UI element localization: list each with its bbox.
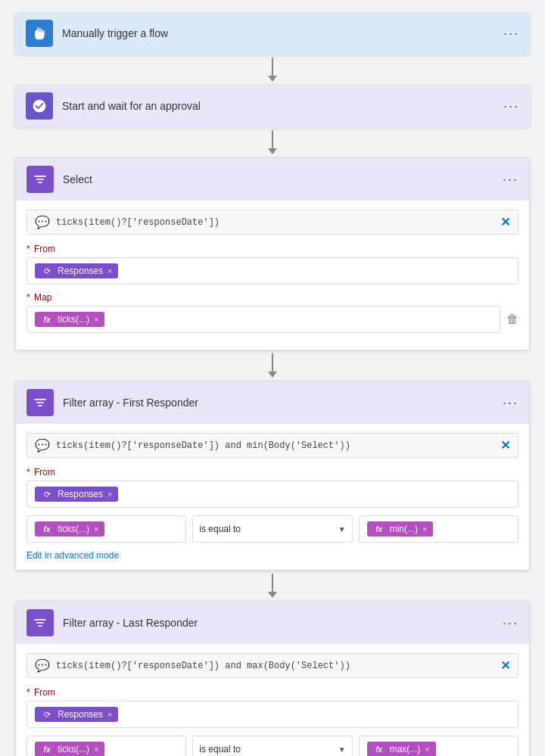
filter-last-operator-select[interactable]: is equal to ▼ [192,736,352,756]
select-card-header: Select ··· [16,158,529,201]
filter-last-right-cell: fx max(...) × [359,736,519,756]
select-map-input[interactable]: fx ticks(...) × [26,306,500,333]
filter-first-icon [26,389,54,416]
select-map-field: * Map fx ticks(...) × 🗑 [26,292,519,333]
select-from-tag-label: Responses [58,266,103,276]
fx-icon-5: fx [373,743,385,755]
filter-last-icon [26,609,54,636]
filter-last-left-input[interactable]: fx ticks(...) × [26,736,186,756]
filter-first-left-close[interactable]: × [94,524,98,534]
filter-first-right-cell: fx min(...) × [359,515,519,543]
filter-last-right-input[interactable]: fx max(...) × [359,736,519,756]
approval-more-button[interactable]: ··· [503,98,519,114]
approval-card: Start and wait for an approval ··· [15,85,530,127]
fx-icon: fx [41,313,53,325]
filter-first-row: fx ticks(...) × is equal to ▼ [26,515,519,543]
filter-first-expression-bar: 💬 ticks(item()?['responseDate']) and min… [26,433,519,458]
select-from-tag: ⟳ Responses × [35,263,118,278]
filter-first-advanced-link[interactable]: Edit in advanced mode [26,550,119,561]
filter-last-from-tag-label: Responses [58,709,103,720]
filter-first-card: Filter array - First Responder ··· 💬 tic… [15,381,530,571]
arrow-line-2 [272,130,273,148]
filter-last-card: Filter array - Last Responder ··· 💬 tick… [15,601,530,756]
filter-last-left-close[interactable]: × [94,745,98,754]
filter-last-row: fx ticks(...) × is equal to ▼ [26,736,519,756]
filter-last-expression-bar: 💬 ticks(item()?['responseDate']) and max… [26,653,519,678]
filter-first-left-input[interactable]: fx ticks(...) × [26,515,186,543]
trigger-card-header: Manually trigger a flow ··· [15,12,530,54]
responses-icon-3: ⟳ [41,708,53,720]
filter-last-right-close[interactable]: × [425,745,429,754]
filter-last-from-tag-close[interactable]: × [107,710,112,719]
arrow-2 [268,127,277,157]
select-svg-icon [33,172,48,187]
filter-first-operator-select[interactable]: is equal to ▼ [192,515,352,543]
filter-first-right-close[interactable]: × [422,524,427,534]
filter-last-left-cell: fx ticks(...) × [26,736,186,756]
arrow-4 [268,571,277,601]
arrow-head [268,76,277,82]
filter-first-from-input[interactable]: ⟳ Responses × [26,481,519,508]
filter-last-from-label: * From [26,687,519,698]
chat-icon-2: 💬 [35,438,50,453]
filter-first-expression-text: ticks(item()?['responseDate']) and min(B… [56,440,494,451]
filter-first-title: Filter array - First Responder [63,397,503,409]
filter-last-operator-label: is equal to [199,744,241,754]
filter-last-expression-close[interactable]: ✕ [500,658,510,673]
filter-first-from-tag-close[interactable]: × [107,490,112,499]
arrow-line-3 [272,353,273,372]
trigger-card: Manually trigger a flow ··· [15,12,530,54]
arrow-head-4 [268,592,277,598]
hand-icon [32,26,47,41]
select-expression-close[interactable]: ✕ [500,215,510,229]
filter-first-expression-close[interactable]: ✕ [500,438,510,453]
select-from-input[interactable]: ⟳ Responses × [26,257,519,285]
filter-last-from-input[interactable]: ⟳ Responses × [26,701,519,728]
filter-last-body: 💬 ticks(item()?['responseDate']) and max… [16,644,529,756]
filter-last-svg-icon [33,615,48,630]
arrow-head-2 [268,148,277,154]
fx-icon-2: fx [41,523,53,535]
filter-last-left-label: ticks(...) [58,744,89,754]
filter-first-op-cell: is equal to ▼ [192,515,352,543]
select-more-button[interactable]: ··· [503,172,519,188]
filter-first-operator-label: is equal to [199,524,241,534]
filter-last-title: Filter array - Last Responder [63,617,503,629]
filter-last-from-tag: ⟳ Responses × [35,707,118,722]
flow-canvas: Manually trigger a flow ··· Start and wa… [12,12,533,756]
select-card-body: 💬 ticks(item()?['responseDate']) ✕ * Fro… [16,201,529,350]
select-expression-text: ticks(item()?['responseDate']) [56,217,494,228]
arrow-line [272,58,273,76]
filter-first-right-label: min(...) [390,524,418,534]
fx-icon-3: fx [373,523,385,535]
select-icon [26,166,54,193]
filter-first-from-label: * From [26,467,519,478]
select-from-tag-close[interactable]: × [107,266,112,275]
approval-title: Start and wait for an approval [62,100,503,112]
filter-svg-icon [33,395,48,410]
trigger-more-button[interactable]: ··· [503,26,519,42]
responses-icon-2: ⟳ [41,488,53,500]
select-title: Select [63,173,503,185]
filter-first-right-input[interactable]: fx min(...) × [359,515,519,543]
filter-last-header: Filter array - Last Responder ··· [16,602,529,644]
select-expression-bar: 💬 ticks(item()?['responseDate']) ✕ [26,210,519,235]
select-from-field: * From ⟳ Responses × [26,244,519,285]
select-map-delete-button[interactable]: 🗑 [506,313,519,326]
filter-first-right-tag: fx min(...) × [367,521,434,537]
filter-first-from-field: * From ⟳ Responses × [26,467,519,508]
responses-icon: ⟳ [41,265,53,277]
filter-last-right-label: max(...) [390,744,421,754]
filter-first-body: 💬 ticks(item()?['responseDate']) and min… [16,424,529,570]
select-map-tag-close[interactable]: × [94,315,98,324]
filter-last-right-tag: fx max(...) × [367,742,436,756]
filter-last-more-button[interactable]: ··· [503,615,519,631]
filter-first-more-button[interactable]: ··· [503,395,519,411]
filter-first-left-label: ticks(...) [58,524,89,534]
filter-last-op-cell: is equal to ▼ [192,736,352,756]
arrow-head-3 [268,372,277,378]
select-map-row: fx ticks(...) × 🗑 [26,306,519,333]
trigger-icon [26,20,53,47]
approval-card-header: Start and wait for an approval ··· [15,85,530,127]
chat-icon: 💬 [35,215,50,229]
